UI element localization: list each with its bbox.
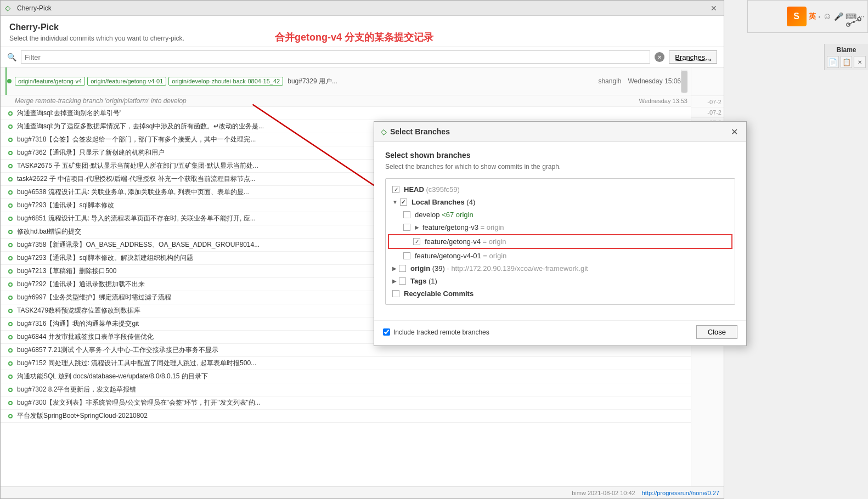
toolbar-btn-close[interactable]: ✕ bbox=[854, 56, 866, 68]
filter-bar: 🔍 ✕ Branches... bbox=[1, 47, 724, 67]
graph-dot bbox=[8, 203, 13, 208]
recyclable-label: Recyclable Commits bbox=[404, 290, 474, 298]
origin-checkbox[interactable] bbox=[399, 265, 406, 272]
branch-item-head[interactable]: HEAD (c395fc59) bbox=[386, 183, 735, 196]
commit-row[interactable]: 沟通功能SQL 放到 docs/database-we/update/8.0/8… bbox=[1, 370, 691, 383]
recyclable-checkbox[interactable] bbox=[392, 290, 399, 297]
commit-message: bug#7213【草稿箱】删除接口500 bbox=[17, 266, 116, 276]
graph-dot bbox=[8, 243, 13, 247]
blame-button[interactable]: Blame bbox=[827, 46, 866, 54]
graph-dot bbox=[8, 348, 13, 353]
ime-toolbar: S 英 · ☺ 🎤 ⌨ ··· bbox=[747, 0, 868, 33]
commit-row[interactable]: 平台发版SpringBoot+SpringCloud-20210802 bbox=[1, 410, 691, 423]
right-date: -07-2 bbox=[691, 97, 724, 107]
include-remote-checkbox[interactable] bbox=[383, 328, 390, 336]
toolbar-btn-2[interactable]: 📋 bbox=[841, 56, 853, 68]
ime-mic-icon: 🎤 bbox=[834, 12, 843, 21]
commit-date: Wednesday 15:06 bbox=[628, 77, 681, 85]
commit-message: bug#7362【通讯录】只显示了新创建的机构和用户 bbox=[17, 148, 165, 157]
dialog-close-btn[interactable]: Close bbox=[696, 325, 737, 339]
tags-checkbox[interactable] bbox=[399, 277, 406, 285]
head-checkbox[interactable] bbox=[392, 186, 399, 193]
filter-clear-button[interactable]: ✕ bbox=[655, 52, 664, 62]
graph-node-19 bbox=[4, 361, 17, 366]
toolbar-btn-1[interactable]: 📄 bbox=[827, 56, 839, 68]
ime-lang-label: 英 bbox=[809, 12, 816, 21]
local-branches-label: Local Branches (4) bbox=[412, 198, 475, 206]
commit-message: bug#7300【发文列表】非系统管理员/公文管理员在"会签"环节，打开"发文列… bbox=[17, 398, 261, 407]
graph-node-3 bbox=[4, 151, 17, 155]
branch-item-local-branches-header[interactable]: ▼ Local Branches (4) bbox=[386, 196, 735, 208]
develop-checkbox[interactable] bbox=[403, 211, 410, 218]
graph-node-15 bbox=[4, 309, 17, 313]
graph-dot bbox=[8, 256, 13, 260]
graph-node-12 bbox=[4, 269, 17, 274]
getong-v3-checkbox[interactable] bbox=[403, 224, 410, 231]
status-bar-url: http://progressrun//none/0.27 bbox=[642, 490, 719, 496]
commit-message: 沟通功能SQL 放到 docs/database-we/update/8.0/8… bbox=[17, 372, 208, 381]
commit-row[interactable]: bug#7152 同处理人跳过: 流程设计工具中配置了同处理人跳过, 起草表单时… bbox=[1, 357, 691, 370]
commit-row[interactable]: 沟通查询sql:去掉查询别名的单引号' bbox=[1, 107, 691, 120]
graph-dot bbox=[8, 190, 13, 195]
filter-input[interactable] bbox=[21, 50, 650, 64]
tag-badge: origin/feature/getong-v4-01 bbox=[87, 77, 166, 86]
graph-dot bbox=[8, 111, 13, 116]
graph-node-10 bbox=[4, 243, 17, 247]
graph-node-22 bbox=[4, 401, 17, 405]
branch-item-tags[interactable]: ▶ Tags (1) bbox=[386, 275, 735, 287]
branch-item-develop[interactable]: develop <67 origin bbox=[386, 208, 735, 221]
commit-message: bug#7293【通讯录】sql脚本修改 bbox=[17, 201, 114, 210]
branch-list-inner: HEAD (c395fc59) ▼ Local Branches (4) bbox=[386, 179, 735, 304]
graph-node-9 bbox=[4, 230, 17, 234]
graph-dot bbox=[8, 361, 13, 366]
graph-dot bbox=[8, 138, 13, 142]
getong-v3-label: feature/getong-v3 = origin bbox=[422, 223, 504, 231]
graph-node-20 bbox=[4, 375, 17, 379]
local-branches-checkbox[interactable] bbox=[400, 199, 407, 206]
tag-badge: origin/feature/getong-v4 bbox=[15, 77, 85, 86]
svg-line-6 bbox=[850, 22, 852, 25]
commit-meta: shanglh Wednesday 15:06 bbox=[598, 77, 681, 85]
branch-item-origin[interactable]: ▶ origin (39) - http://172.20.90.139/xco… bbox=[386, 262, 735, 275]
graph-dot bbox=[8, 124, 13, 129]
branches-button[interactable]: Branches... bbox=[669, 50, 717, 64]
branch-item-getong-v4-01[interactable]: feature/getong-v4-01 = origin bbox=[386, 250, 735, 262]
graph-node-18 bbox=[4, 348, 17, 353]
commit-message: 沟通查询sql:去掉查询别名的单引号' bbox=[17, 109, 121, 118]
graph-node-8 bbox=[4, 217, 17, 221]
title-bar-text: Cherry-Pick bbox=[17, 4, 52, 12]
commit-row-2[interactable]: Merge remote-tracking branch 'origin/pla… bbox=[1, 95, 691, 107]
commit-row[interactable]: bug#7302 8.2平台更新后，发文起草报错 bbox=[1, 383, 691, 396]
include-remote-option[interactable]: Include tracked remote branches bbox=[383, 328, 489, 336]
graph-node-17 bbox=[4, 335, 17, 339]
getong-v4-checkbox[interactable] bbox=[413, 238, 420, 245]
branch-item-getong-v4[interactable]: feature/getong-v4 = origin bbox=[388, 234, 732, 249]
ime-graph-icon bbox=[846, 16, 862, 29]
dialog-close-button[interactable]: ✕ bbox=[729, 126, 740, 137]
develop-label: develop <67 origin bbox=[415, 211, 474, 219]
ime-dot-icon: · bbox=[818, 11, 821, 22]
graph-dot bbox=[8, 217, 13, 221]
commit-message: TASK2479数科预览缓存位置修改到数据库 bbox=[17, 306, 140, 315]
commit-author: shanglh bbox=[598, 77, 621, 85]
dialog-title: Select Branches bbox=[390, 127, 450, 136]
close-window-button[interactable]: ✕ bbox=[708, 3, 719, 14]
commit-message: bug#6857 7.21测试 个人事务-个人中心-工作交接承接已办事务不显示 bbox=[17, 345, 218, 355]
commit-header-row[interactable]: origin/feature/getong-v4 origin/feature/… bbox=[1, 67, 691, 95]
graph-dot bbox=[8, 282, 13, 287]
commit-date-2: Wednesday 13:53 bbox=[639, 98, 687, 104]
branch-item-recyclable[interactable]: Recyclable Commits bbox=[386, 287, 735, 300]
graph-node-6 bbox=[4, 190, 17, 195]
dialog-title-bar: ◇ Select Branches ✕ bbox=[374, 122, 746, 142]
getong-v4-01-checkbox[interactable] bbox=[403, 252, 410, 259]
scrollbar[interactable] bbox=[681, 70, 687, 93]
commit-message: 沟通查询sql:为了适应多数据库情况下，去掉sql中涉及的所有函数。↵改动的业务… bbox=[17, 122, 264, 131]
branch-item-getong-v3[interactable]: ▶ feature/getong-v3 = origin bbox=[386, 221, 735, 234]
commit-message: bug#7292【通讯录】通讯录数据加载不出来 bbox=[17, 280, 145, 289]
graph-node bbox=[7, 79, 12, 83]
commit-row[interactable]: bug#7300【发文列表】非系统管理员/公文管理员在"会签"环节，打开"发文列… bbox=[1, 396, 691, 410]
graph-node-13 bbox=[4, 282, 17, 287]
cherry-pick-icon: ◇ bbox=[5, 4, 14, 13]
origin-expand-icon: ▶ bbox=[392, 265, 397, 271]
graph-dot bbox=[8, 322, 13, 326]
